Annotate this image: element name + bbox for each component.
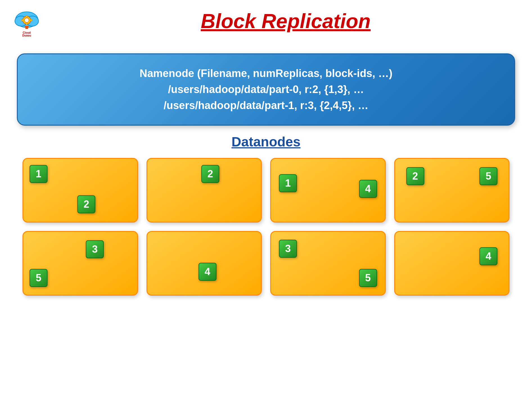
- namenode-line3: /users/hadoop/data/part-1, r:3, {2,4,5},…: [164, 99, 369, 111]
- block-badge-2: 2: [406, 167, 424, 185]
- block-badge-2: 2: [77, 195, 95, 213]
- namenode-text: Namenode (Filename, numReplicas, block-i…: [35, 65, 497, 114]
- datanode-card-r2c1: 3 5: [22, 231, 138, 296]
- header: Cloud Duggu Block Replication: [0, 0, 532, 42]
- datanode-card-r2c3: 3 5: [270, 231, 386, 296]
- namenode-line2: /users/hadoop/data/part-0, r:2, {1,3}, …: [168, 83, 364, 95]
- block-badge-4: 4: [479, 247, 497, 265]
- block-badge-3: 3: [279, 240, 297, 258]
- namenode-section: Namenode (Filename, numReplicas, block-i…: [17, 53, 515, 126]
- svg-rect-7: [21, 19, 23, 21]
- block-badge-2: 2: [201, 165, 219, 183]
- datanode-card-r1c4: 2 5: [394, 158, 510, 223]
- namenode-box: Namenode (Filename, numReplicas, block-i…: [17, 53, 515, 126]
- svg-rect-9: [25, 26, 29, 28]
- block-badge-5: 5: [479, 167, 497, 185]
- block-badge-1: 1: [279, 174, 297, 192]
- svg-text:Duggu: Duggu: [22, 34, 31, 37]
- datanode-card-r1c3: 1 4: [270, 158, 386, 223]
- block-badge-3: 3: [86, 240, 104, 258]
- svg-point-4: [24, 18, 29, 22]
- svg-rect-8: [30, 19, 32, 21]
- datanodes-title: Datanodes: [17, 134, 515, 150]
- datanodes-grid: 1 2 2 1 4 2 5 3 5 4 3 5: [22, 158, 510, 296]
- block-badge-5: 5: [30, 269, 48, 287]
- namenode-line1: Namenode (Filename, numReplicas, block-i…: [139, 67, 393, 79]
- block-badge-1: 1: [30, 165, 48, 183]
- svg-rect-10: [25, 28, 28, 29]
- logo: Cloud Duggu: [11, 6, 42, 37]
- block-badge-4: 4: [359, 180, 377, 198]
- block-badge-4: 4: [199, 263, 217, 281]
- datanode-card-r2c2: 4: [146, 231, 262, 296]
- svg-rect-6: [26, 23, 28, 25]
- block-badge-5: 5: [359, 269, 377, 287]
- datanode-card-r1c1: 1 2: [22, 158, 138, 223]
- page-title: Block Replication: [51, 10, 521, 33]
- title-area: Block Replication: [51, 10, 521, 33]
- datanode-card-r1c2: 2: [146, 158, 262, 223]
- svg-rect-5: [26, 16, 28, 18]
- datanodes-section: Datanodes 1 2 2 1 4 2 5 3 5 4: [17, 134, 515, 296]
- datanode-card-r2c4: 4: [394, 231, 510, 296]
